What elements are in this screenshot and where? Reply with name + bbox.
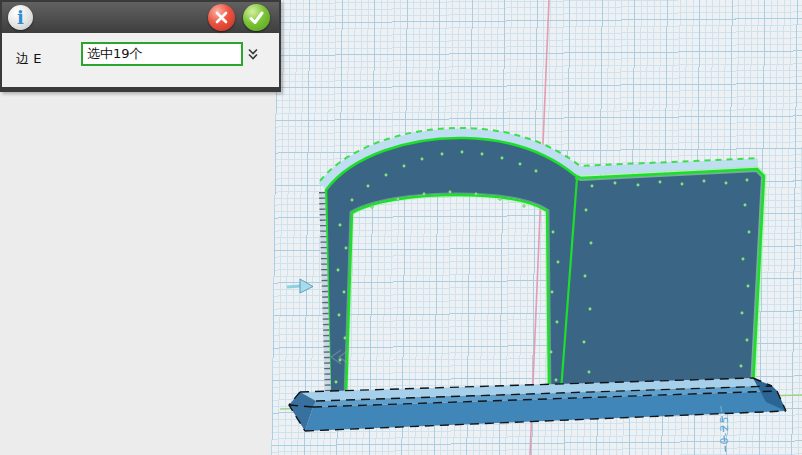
application-window: 0-25 i 边 E [0, 0, 802, 455]
vertex-dot [441, 153, 444, 156]
vertex-dot [744, 204, 747, 207]
wall-face[interactable] [326, 138, 764, 399]
vertex-dot [338, 314, 341, 317]
vertex-dot [523, 205, 526, 208]
vertex-dot [339, 359, 342, 362]
direction-arrow-icon[interactable] [287, 279, 313, 293]
selection-count-input[interactable] [81, 42, 243, 66]
vertex-dot [367, 185, 370, 188]
vertex-dot [740, 365, 743, 368]
vertex-dot [475, 193, 478, 196]
vertex-dot [403, 165, 406, 168]
cancel-button[interactable] [208, 4, 235, 31]
vertex-dot [659, 181, 662, 184]
vertex-dot [501, 157, 504, 160]
vertex-dot [335, 381, 338, 384]
vertex-dot [421, 158, 424, 161]
vertex-dot [557, 261, 560, 264]
vertex-dot [343, 291, 346, 294]
vertex-dot [703, 180, 706, 183]
titlebar-buttons [208, 4, 270, 31]
vertex-dot [741, 312, 744, 315]
vertex-dot [591, 185, 594, 188]
vertex-dot [461, 151, 464, 154]
edge-field-label: 边 E [16, 50, 41, 68]
x-icon [214, 10, 229, 25]
vertex-dot [589, 308, 592, 311]
vertex-dot [725, 182, 728, 185]
dialog-titlebar: i [2, 2, 279, 33]
vertex-dot [449, 191, 452, 194]
vertex-dot [499, 198, 502, 201]
vertex-dot [614, 182, 617, 185]
vertex-dot [681, 183, 684, 186]
selected-edge-door[interactable] [346, 195, 549, 398]
vertex-dot [748, 231, 751, 234]
vertex-dot [423, 193, 426, 196]
vertex-dot [397, 198, 400, 201]
vertex-dot [637, 184, 640, 187]
expand-chevron-icon[interactable] [245, 46, 261, 62]
dialog-body: 边 E [2, 33, 279, 87]
vertex-dot [747, 285, 750, 288]
info-icon: i [8, 5, 33, 30]
vertex-dot [385, 174, 388, 177]
vertex-dot [481, 153, 484, 156]
vertex-dot [746, 339, 749, 342]
vertex-dot [535, 170, 538, 173]
vertex-dot [742, 258, 745, 261]
model-part[interactable] [320, 128, 764, 399]
vertex-dot [550, 351, 553, 354]
vertex-dot [345, 247, 348, 250]
vertex-dot [551, 291, 554, 294]
vertex-dot [746, 179, 749, 182]
vertex-dot [337, 269, 340, 272]
vertex-dot [584, 275, 587, 278]
vertex-dot [583, 341, 586, 344]
edge-glow-inner [346, 195, 549, 398]
vertex-dot [588, 371, 591, 374]
vertex-dot [519, 163, 522, 166]
vertex-dot [556, 321, 559, 324]
vertex-dot [590, 242, 593, 245]
base-plinth[interactable] [289, 378, 786, 431]
vertex-dot [339, 224, 342, 227]
vertex-dot [585, 209, 588, 212]
vertex-dot [351, 199, 354, 202]
check-icon [248, 10, 265, 26]
vertex-dot [371, 206, 374, 209]
selection-dialog: i 边 E [0, 0, 281, 92]
vertex-dot [555, 379, 558, 382]
vertex-dot [344, 337, 347, 340]
vertex-dot [552, 231, 555, 234]
confirm-button[interactable] [243, 4, 270, 31]
